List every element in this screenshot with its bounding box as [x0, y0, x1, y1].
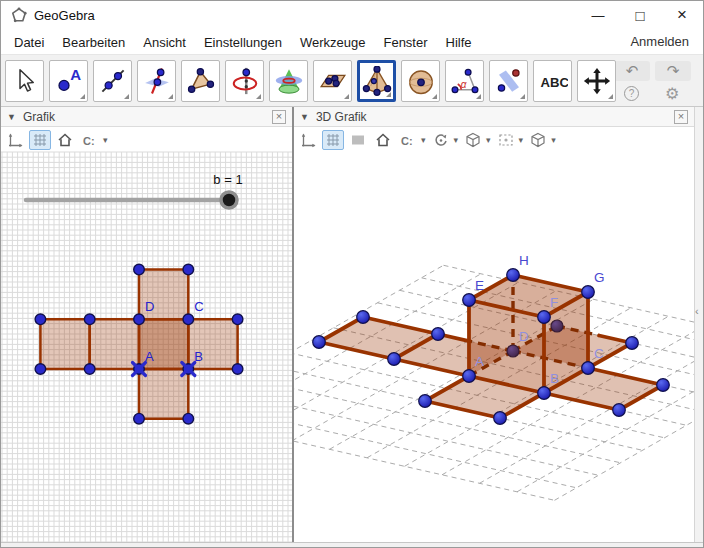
net-point[interactable] — [35, 364, 46, 375]
tool-move[interactable] — [5, 60, 44, 102]
net-point[interactable] — [134, 413, 145, 424]
point-label-3d-D: D — [519, 329, 529, 344]
graphics-2d-header: ▼ Grafik × — [1, 107, 292, 127]
close-panel-icon[interactable]: × — [272, 110, 286, 124]
menu-item-bearbeiten[interactable]: Bearbeiten — [53, 31, 134, 54]
maximize-button[interactable]: □ — [619, 1, 661, 29]
net-point[interactable] — [183, 264, 194, 275]
undo-button[interactable]: ↶ — [614, 61, 650, 81]
vertex-point[interactable] — [657, 379, 670, 392]
sign-in-link[interactable]: Anmelden — [620, 30, 699, 53]
vertex-point[interactable] — [538, 387, 551, 400]
polygon-icon — [186, 66, 216, 96]
net-point[interactable] — [84, 314, 95, 325]
graphics-3d-canvas[interactable]: C:▾▾▾▾▾ ABCDEFGH — [294, 127, 694, 542]
stylebar-cube-icon[interactable] — [527, 130, 549, 150]
tool-circle-with-axis[interactable] — [225, 60, 264, 102]
tool-dropdown-icon[interactable] — [80, 94, 85, 99]
tool-intersect-surfaces[interactable] — [269, 60, 308, 102]
tool-dropdown-icon[interactable] — [168, 94, 173, 99]
vertex-point[interactable] — [582, 362, 595, 375]
net-point[interactable] — [134, 264, 145, 275]
tool-dropdown-icon[interactable] — [386, 92, 391, 97]
tool-plane-through-points[interactable] — [313, 60, 352, 102]
menu-item-einstellungen[interactable]: Einstellungen — [195, 31, 291, 54]
tool-dropdown-icon[interactable] — [124, 94, 129, 99]
tool-reflect[interactable] — [489, 60, 528, 102]
tool-sphere[interactable] — [401, 60, 440, 102]
stylebar-view-icon[interactable] — [462, 130, 484, 150]
vertex-point[interactable] — [388, 353, 401, 366]
settings-gear-icon[interactable]: ⚙ — [665, 84, 679, 103]
stylebar-dropdown-icon[interactable]: ▾ — [421, 135, 426, 145]
net-face-2d[interactable] — [40, 319, 89, 369]
net-point[interactable] — [183, 413, 194, 424]
graphics-2d-canvas[interactable]: C:▾ b = 1ABCD — [1, 127, 292, 542]
collapse-chevron-icon[interactable]: ‹ — [695, 305, 699, 317]
net-point[interactable] — [134, 314, 145, 325]
svg-text:C:: C: — [83, 135, 95, 147]
stylebar-rotate-icon[interactable] — [430, 130, 452, 150]
stylebar-plane-icon[interactable] — [347, 130, 369, 150]
net-point[interactable] — [232, 364, 243, 375]
vertex-point[interactable] — [357, 311, 370, 324]
menu-item-hilfe[interactable]: Hilfe — [437, 31, 481, 54]
vertex-point[interactable] — [538, 311, 551, 324]
close-button[interactable]: × — [661, 1, 703, 29]
tool-point[interactable]: A — [49, 60, 88, 102]
vertex-point[interactable] — [419, 395, 432, 408]
tool-pyramid-selected[interactable] — [357, 60, 396, 102]
stylebar-axes-icon[interactable] — [4, 130, 26, 150]
tool-polygon[interactable] — [181, 60, 220, 102]
stylebar-capture-icon[interactable]: C: — [79, 130, 101, 150]
stylebar-grid-icon[interactable] — [29, 130, 51, 150]
vertex-point[interactable] — [313, 336, 326, 349]
net-point[interactable] — [35, 314, 46, 325]
tool-dropdown-icon[interactable] — [520, 94, 525, 99]
vertex-point[interactable] — [626, 337, 639, 350]
stylebar-clipping-icon[interactable] — [495, 130, 517, 150]
help-icon[interactable]: ? — [624, 86, 639, 101]
tool-text[interactable]: ABC — [533, 60, 572, 102]
vertex-point[interactable] — [613, 404, 626, 417]
vertex-point[interactable] — [463, 294, 476, 307]
menu-item-fenster[interactable]: Fenster — [374, 31, 436, 54]
net-point[interactable] — [84, 364, 95, 375]
tool-dropdown-icon[interactable] — [608, 94, 613, 99]
menu-item-ansicht[interactable]: Ansicht — [134, 31, 195, 54]
minimize-button[interactable]: — — [577, 1, 619, 29]
net-point[interactable] — [232, 314, 243, 325]
vertex-point[interactable] — [507, 269, 520, 282]
vertex-point[interactable] — [582, 286, 595, 299]
stylebar-axes-icon[interactable] — [297, 130, 319, 150]
stylebar-dropdown-icon[interactable]: ▾ — [103, 135, 108, 145]
stylebar-capture-icon[interactable]: C: — [397, 130, 419, 150]
panel-collapse-icon[interactable]: ▼ — [7, 112, 16, 122]
menu-item-werkzeuge[interactable]: Werkzeuge — [291, 31, 375, 54]
slider-knob[interactable] — [221, 192, 237, 208]
vertex-point[interactable] — [463, 370, 476, 383]
vertex-point[interactable] — [432, 328, 445, 341]
tool-move-graphics-view[interactable] — [577, 60, 616, 102]
panel-collapse-icon[interactable]: ▼ — [300, 112, 309, 122]
tool-perpendicular-line[interactable] — [137, 60, 176, 102]
stylebar-home-icon[interactable] — [54, 130, 76, 150]
vertex-point[interactable] — [494, 412, 507, 425]
tool-line[interactable] — [93, 60, 132, 102]
stylebar-dropdown-icon[interactable]: ▾ — [519, 135, 524, 145]
tool-dropdown-icon[interactable] — [256, 94, 261, 99]
stylebar-home-icon[interactable] — [372, 130, 394, 150]
tool-dropdown-icon[interactable] — [344, 94, 349, 99]
stylebar-dropdown-icon[interactable]: ▾ — [454, 135, 459, 145]
tool-dropdown-icon[interactable] — [476, 94, 481, 99]
stylebar-dropdown-icon[interactable]: ▾ — [486, 135, 491, 145]
tool-dropdown-icon[interactable] — [432, 94, 437, 99]
stylebar-grid-icon[interactable] — [322, 130, 344, 150]
sidebar-collapse-strip[interactable]: ‹ — [694, 107, 703, 542]
close-panel-icon[interactable]: × — [674, 110, 688, 124]
redo-button[interactable]: ↷ — [655, 61, 691, 81]
net-point[interactable] — [183, 314, 194, 325]
tool-angle[interactable]: α — [445, 60, 484, 102]
menu-item-datei[interactable]: Datei — [5, 31, 53, 54]
stylebar-dropdown-icon[interactable]: ▾ — [551, 135, 556, 145]
